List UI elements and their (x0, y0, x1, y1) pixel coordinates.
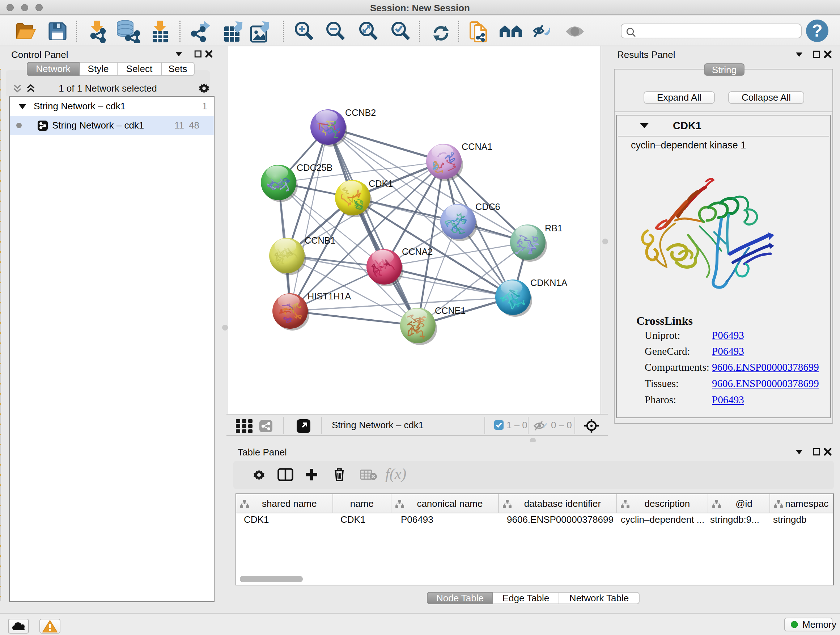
svg-text:CCNA2: CCNA2 (402, 247, 433, 257)
svg-text:CCNB1: CCNB1 (305, 235, 335, 245)
svg-text:HIST1H1A: HIST1H1A (308, 291, 351, 301)
svg-text:CDC25B: CDC25B (297, 163, 332, 173)
svg-text:CCNA1: CCNA1 (462, 141, 493, 152)
svg-text:RB1: RB1 (545, 223, 562, 233)
svg-text:CDKN1A: CDKN1A (531, 278, 567, 288)
svg-text:CDC6: CDC6 (475, 202, 500, 212)
svg-text:CDK1: CDK1 (369, 179, 393, 188)
svg-text:?: ? (812, 21, 822, 40)
svg-text:CCNB2: CCNB2 (345, 108, 376, 118)
svg-text:CCNE1: CCNE1 (435, 306, 466, 316)
